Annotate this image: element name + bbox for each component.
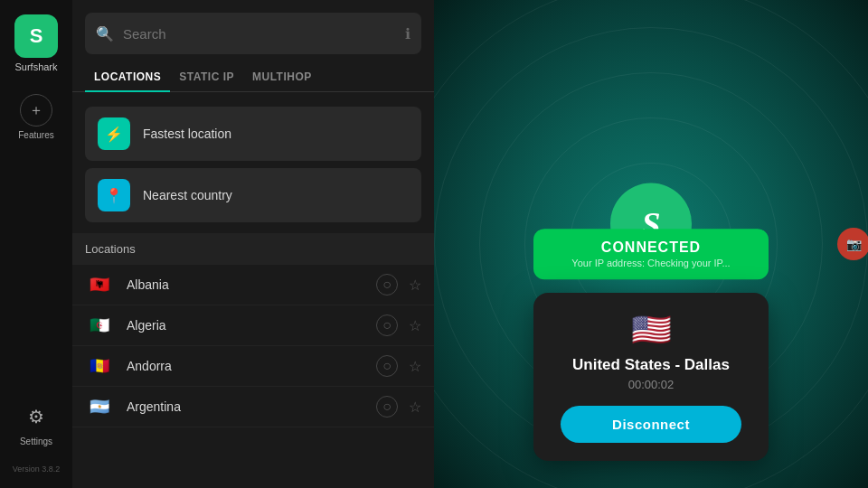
algeria-connect-btn[interactable]: ○: [376, 314, 398, 336]
fastest-icon: ⚡: [98, 117, 130, 150]
albania-flag: 🇦🇱: [85, 274, 114, 296]
app-logo: S: [14, 14, 58, 58]
features-icon: ＋: [20, 94, 52, 127]
sidebar-item-features[interactable]: ＋ Features: [18, 94, 53, 140]
search-icon: 🔍: [96, 25, 114, 42]
side-btn-icon: 📷: [846, 237, 862, 251]
algeria-name: Algeria: [127, 318, 376, 333]
nearest-label: Nearest country: [143, 188, 232, 202]
algeria-flag: 🇩🇿: [85, 314, 114, 336]
argentina-name: Argentina: [127, 399, 376, 414]
popup-country: United States - Dallas: [561, 356, 741, 374]
side-button[interactable]: 📷: [837, 228, 868, 260]
left-panel: 🔍 ℹ LOCATIONS STATIC IP MULTIHOP ⚡ Faste…: [72, 0, 434, 488]
andorra-star-btn[interactable]: ☆: [409, 358, 421, 375]
tab-multihop[interactable]: MULTIHOP: [243, 63, 321, 92]
country-list: 🇦🇱 Albania ○ ☆ 🇩🇿 Algeria ○ ☆ 🇦🇩 Andorra…: [72, 265, 434, 488]
locations-section-header: Locations: [72, 233, 434, 265]
app-name: Surfshark: [14, 61, 57, 72]
fastest-location-option[interactable]: ⚡ Fastest location: [85, 107, 421, 161]
list-item[interactable]: 🇩🇿 Algeria ○ ☆: [72, 305, 434, 346]
list-item[interactable]: 🇦🇱 Albania ○ ☆: [72, 265, 434, 305]
andorra-name: Andorra: [127, 359, 376, 373]
info-icon[interactable]: ℹ: [405, 25, 410, 42]
connected-status: CONNECTED: [570, 239, 732, 256]
tabs-bar: LOCATIONS STATIC IP MULTIHOP: [72, 63, 434, 92]
albania-actions: ○ ☆: [376, 274, 421, 296]
nearest-country-option[interactable]: 📍 Nearest country: [85, 168, 421, 222]
albania-connect-btn[interactable]: ○: [376, 274, 398, 296]
nearest-icon: 📍: [98, 179, 130, 211]
features-label: Features: [18, 130, 53, 140]
tab-locations[interactable]: LOCATIONS: [85, 63, 170, 92]
sidebar: S Surfshark ＋ Features ⚙ Settings Versio…: [0, 0, 72, 488]
argentina-star-btn[interactable]: ☆: [409, 399, 421, 416]
connection-popup: 🇺🇸 United States - Dallas 00:00:02 Disco…: [533, 293, 769, 461]
argentina-connect-btn[interactable]: ○: [376, 396, 398, 418]
fastest-label: Fastest location: [143, 127, 231, 141]
list-item[interactable]: 🇦🇷 Argentina ○ ☆: [72, 387, 434, 427]
sidebar-settings-section: ⚙ Settings Version 3.8.2: [13, 400, 61, 474]
list-item[interactable]: 🇦🇩 Andorra ○ ☆: [72, 346, 434, 387]
albania-star-btn[interactable]: ☆: [409, 277, 421, 294]
sidebar-item-settings[interactable]: ⚙ Settings: [20, 400, 52, 446]
tab-static-ip[interactable]: STATIC IP: [170, 63, 243, 92]
search-input[interactable]: [123, 26, 405, 42]
andorra-actions: ○ ☆: [376, 355, 421, 377]
algeria-star-btn[interactable]: ☆: [409, 317, 421, 334]
argentina-flag: 🇦🇷: [85, 396, 114, 418]
argentina-actions: ○ ☆: [376, 396, 421, 418]
search-bar: 🔍 ℹ: [85, 13, 421, 54]
andorra-flag: 🇦🇩: [85, 355, 114, 377]
connected-sub: Your IP address: Checking your IP...: [570, 258, 732, 268]
andorra-connect-btn[interactable]: ○: [376, 355, 398, 377]
popup-timer: 00:00:02: [561, 378, 741, 391]
albania-name: Albania: [127, 277, 376, 292]
right-panel: S CONNECTED Your IP address: Checking yo…: [434, 0, 868, 488]
disconnect-button[interactable]: Disconnect: [561, 406, 741, 443]
algeria-actions: ○ ☆: [376, 314, 421, 336]
settings-label: Settings: [20, 436, 52, 446]
connected-banner: CONNECTED Your IP address: Checking your…: [533, 229, 769, 279]
version-text: Version 3.8.2: [13, 465, 61, 474]
settings-icon: ⚙: [20, 400, 52, 433]
popup-flag: 🇺🇸: [561, 311, 741, 349]
